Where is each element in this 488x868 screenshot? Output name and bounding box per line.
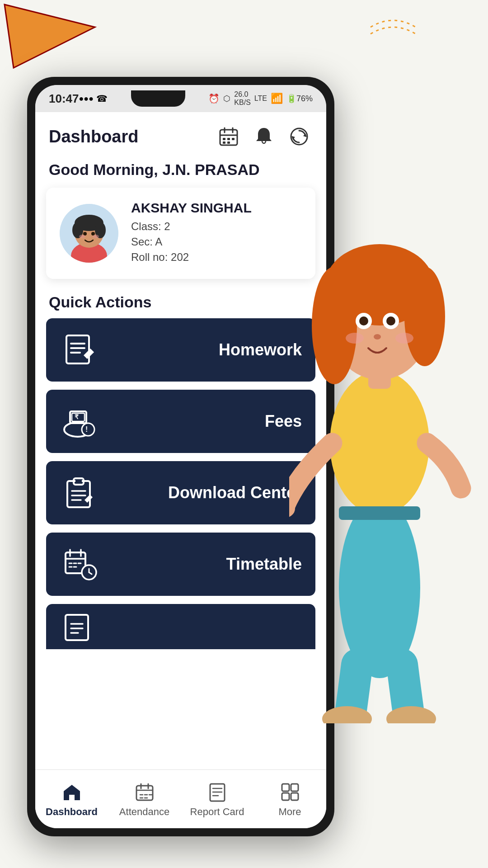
svg-point-9 — [356, 313, 372, 329]
download-center-icon — [60, 472, 100, 513]
bottom-navigation: Dashboard Att — [35, 769, 326, 828]
svg-point-5 — [330, 271, 429, 380]
svg-point-10 — [359, 316, 368, 326]
phone-frame: 10:47 ●●● ☎ ⏰ ⬡ 26.0KB/S LTE 📶 🔋76% Dash… — [27, 77, 334, 836]
svg-point-14 — [346, 333, 364, 344]
svg-point-13 — [374, 334, 381, 340]
bg-triangle-decoration — [0, 0, 99, 72]
svg-rect-25 — [227, 138, 230, 140]
greeting-text: Good Morning, J.N. PRASAD — [35, 157, 326, 188]
download-center-button[interactable]: Download Center — [46, 461, 315, 524]
exam-schedule-icon — [60, 606, 100, 647]
attendance-icon — [135, 782, 155, 802]
svg-text:!: ! — [85, 425, 88, 433]
svg-rect-42 — [66, 335, 89, 363]
sync-button[interactable] — [286, 123, 313, 150]
svg-point-51 — [82, 423, 94, 436]
signal-icon: 📶 — [271, 93, 283, 104]
alarm-icon: ⏰ — [208, 93, 220, 104]
svg-point-6 — [325, 244, 434, 326]
homework-svg-icon — [62, 332, 98, 368]
grid-icon — [280, 782, 300, 802]
nav-item-dashboard[interactable]: Dashboard — [35, 781, 108, 818]
app-header: Dashboard — [35, 112, 326, 157]
svg-rect-27 — [223, 142, 225, 144]
svg-point-41 — [93, 235, 99, 238]
report-card-icon — [207, 782, 227, 802]
svg-point-12 — [386, 316, 395, 326]
home-icon — [62, 782, 82, 802]
homework-button[interactable]: Homework — [46, 318, 315, 382]
report-card-nav-icon — [206, 781, 229, 803]
svg-rect-71 — [66, 615, 88, 640]
timetable-button[interactable]: Timetable — [46, 533, 315, 596]
battery-icon: 🔋76% — [286, 94, 313, 104]
status-right-icons: ⏰ ⬡ 26.0KB/S LTE 📶 🔋76% — [208, 90, 313, 107]
timetable-svg-icon — [62, 546, 98, 582]
lte-icon: LTE — [254, 94, 267, 103]
svg-point-18 — [386, 706, 436, 723]
student-card: AKSHAY SINGHAL Class: 2 Sec: A Roll no: … — [46, 188, 315, 279]
timetable-icon — [60, 544, 100, 585]
svg-point-2 — [339, 497, 420, 678]
quick-actions-title: Quick Actions — [35, 290, 326, 318]
svg-rect-4 — [368, 353, 391, 389]
nav-item-more[interactable]: More — [253, 781, 326, 818]
bluetooth-icon: ⬡ — [223, 94, 230, 104]
svg-text:₹: ₹ — [75, 413, 79, 420]
svg-point-15 — [395, 333, 413, 344]
svg-rect-19 — [339, 506, 420, 520]
attendance-nav-icon — [133, 781, 156, 803]
homework-icon — [60, 330, 100, 370]
student-info: AKSHAY SINGHAL Class: 2 Sec: A Roll no: … — [131, 200, 302, 266]
timetable-label: Timetable — [226, 555, 302, 574]
svg-rect-88 — [282, 784, 289, 791]
report-card-nav-label: Report Card — [190, 806, 244, 818]
page-title: Dashboard — [49, 127, 138, 146]
bg-dots-decoration — [366, 9, 420, 45]
dashboard-nav-icon — [61, 781, 83, 803]
fees-svg-icon: ₹ ! — [62, 403, 98, 439]
nav-item-attendance[interactable]: Attendance — [108, 781, 181, 818]
phone-screen: 10:47 ●●● ☎ ⏰ ⬡ 26.0KB/S LTE 📶 🔋76% Dash… — [35, 85, 326, 828]
svg-rect-90 — [282, 793, 289, 800]
attendance-nav-label: Attendance — [119, 806, 169, 818]
svg-point-11 — [383, 313, 399, 329]
bell-icon — [253, 126, 274, 147]
nav-item-report-card[interactable]: Report Card — [181, 781, 253, 818]
header-icons-group — [215, 123, 313, 150]
student-section: Sec: A — [131, 236, 302, 248]
student-avatar — [60, 204, 118, 263]
camera-notch — [131, 90, 185, 107]
download-center-label: Download Center — [168, 483, 302, 502]
dashboard-nav-label: Dashboard — [46, 806, 98, 818]
more-nav-label: More — [278, 806, 301, 818]
svg-point-8 — [404, 267, 445, 366]
fees-icon: ₹ ! — [60, 401, 100, 442]
svg-rect-91 — [291, 793, 298, 800]
exam-schedule-button[interactable] — [46, 604, 315, 649]
status-icons-group: ●●● ☎ — [79, 93, 108, 104]
status-dots: ●●● — [79, 94, 94, 104]
more-nav-icon — [279, 781, 301, 803]
fees-label: Fees — [265, 412, 302, 431]
student-roll: Roll no: 202 — [131, 251, 302, 264]
network-speed: 26.0KB/S — [234, 90, 250, 107]
svg-rect-28 — [227, 142, 230, 144]
svg-rect-55 — [75, 479, 82, 484]
sync-icon — [289, 126, 310, 147]
avatar-illustration — [60, 204, 118, 263]
svg-marker-0 — [5, 5, 95, 68]
notification-button[interactable] — [250, 123, 277, 150]
student-class: Class: 2 — [131, 220, 302, 233]
exam-svg-icon — [62, 609, 98, 645]
app-content: Dashboard — [35, 112, 326, 769]
svg-rect-89 — [291, 784, 298, 791]
homework-label: Homework — [219, 340, 302, 359]
status-time: 10:47 — [49, 92, 79, 106]
fees-button[interactable]: ₹ ! Fees — [46, 390, 315, 453]
svg-point-40 — [79, 235, 85, 238]
svg-rect-26 — [232, 138, 235, 140]
svg-rect-24 — [223, 138, 225, 140]
calendar-button[interactable] — [215, 123, 242, 150]
